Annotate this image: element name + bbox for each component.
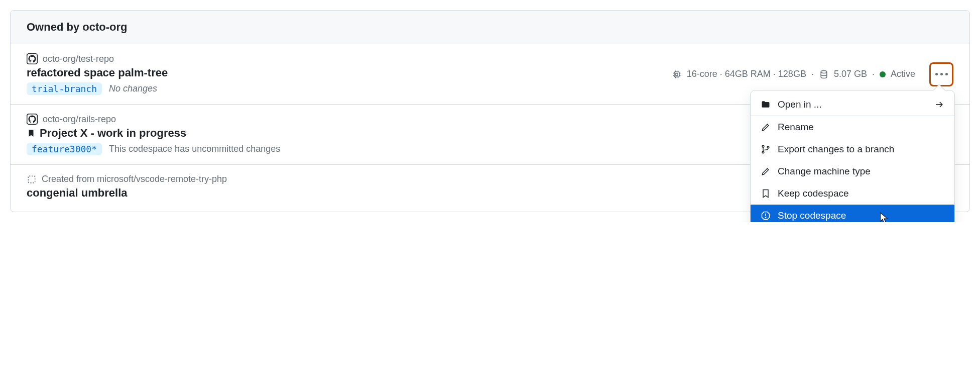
storage-text: 5.07 GB: [834, 69, 867, 79]
cursor-icon: [878, 212, 889, 223]
svg-point-14: [762, 151, 764, 153]
codespace-title-line: congenial umbrella: [27, 186, 826, 200]
menu-label: Rename: [778, 122, 814, 133]
codespace-actions-button[interactable]: Open in ... Rename: [929, 62, 953, 86]
codespaces-panel: Owned by octo-org octo-org/test-repo ref…: [10, 10, 970, 212]
svg-point-15: [767, 146, 769, 148]
branch-line: feature3000* This codespace has uncommit…: [27, 143, 821, 155]
branch-badge[interactable]: trial-branch: [27, 82, 102, 95]
bookmark-filled-icon: [27, 129, 36, 138]
codespace-row: octo-org/test-repo refactored space palm…: [11, 44, 969, 105]
bookmark-icon: [761, 189, 771, 199]
codespace-info: octo-org/rails-repo Project X - work in …: [27, 114, 821, 155]
separator-dot: ·: [811, 69, 814, 79]
repo-name[interactable]: octo-org/rails-repo: [43, 114, 116, 125]
git-branch-icon: [761, 144, 771, 154]
pencil-icon: [761, 122, 771, 132]
pencil-icon: [761, 166, 771, 176]
menu-label: Change machine type: [778, 166, 871, 177]
codespace-title[interactable]: congenial umbrella: [27, 186, 128, 200]
menu-item-stop[interactable]: Stop codespace: [751, 205, 954, 223]
svg-rect-1: [674, 72, 679, 77]
branch-line: trial-branch No changes: [27, 82, 672, 95]
menu-item-keep[interactable]: Keep codespace: [751, 182, 954, 205]
repo-line: octo-org/test-repo: [27, 53, 672, 64]
template-icon: [27, 174, 37, 184]
codespace-info: octo-org/test-repo refactored space palm…: [27, 53, 672, 95]
menu-item-change-machine[interactable]: Change machine type: [751, 160, 954, 182]
cpu-icon: [672, 69, 682, 79]
codespace-title[interactable]: refactored space palm-tree: [27, 66, 168, 79]
codespace-info: Created from microsoft/vscode-remote-try…: [27, 174, 826, 203]
codespace-title-line: refactored space palm-tree: [27, 66, 672, 79]
database-icon: [819, 69, 829, 79]
codespace-actions-menu: Open in ... Rename: [750, 90, 955, 223]
menu-label: Stop codespace: [778, 210, 846, 221]
created-from-text: Created from microsoft/vscode-remote-try…: [42, 174, 227, 184]
menu-label: Export changes to a branch: [778, 144, 894, 155]
branch-badge[interactable]: feature3000*: [27, 143, 102, 155]
stop-icon: [761, 211, 771, 221]
codespace-meta: 16-core · 64GB RAM · 128GB · 5.07 GB · A…: [672, 62, 953, 86]
changes-text: This codespace has uncommitted changes: [109, 144, 280, 154]
svg-point-11: [821, 70, 827, 73]
menu-item-open-in[interactable]: Open in ...: [751, 93, 954, 116]
status-text: Active: [891, 69, 915, 79]
folder-icon: [761, 100, 771, 110]
github-icon: [27, 53, 38, 64]
menu-item-rename[interactable]: Rename: [751, 116, 954, 138]
codespace-title[interactable]: Project X - work in progress: [40, 127, 186, 140]
panel-title: Owned by octo-org: [27, 21, 953, 34]
arrow-right-icon: [934, 100, 944, 110]
repo-line: octo-org/rails-repo: [27, 114, 821, 125]
svg-rect-30: [28, 176, 35, 182]
menu-item-export[interactable]: Export changes to a branch: [751, 138, 954, 160]
github-icon: [27, 114, 38, 125]
specs-text: 16-core · 64GB RAM · 128GB: [687, 69, 806, 79]
panel-header: Owned by octo-org: [11, 11, 969, 44]
svg-point-18: [765, 217, 766, 218]
separator-dot: ·: [872, 69, 875, 79]
codespace-title-line: Project X - work in progress: [27, 127, 821, 140]
repo-line: Created from microsoft/vscode-remote-try…: [27, 174, 826, 184]
menu-label: Open in ...: [778, 99, 822, 110]
kebab-icon: [935, 73, 948, 75]
svg-rect-2: [676, 73, 678, 75]
repo-name[interactable]: octo-org/test-repo: [43, 54, 114, 64]
changes-text: No changes: [109, 83, 157, 94]
svg-point-13: [762, 145, 764, 147]
menu-label: Keep codespace: [778, 188, 849, 199]
status-dot-icon: [880, 71, 886, 77]
